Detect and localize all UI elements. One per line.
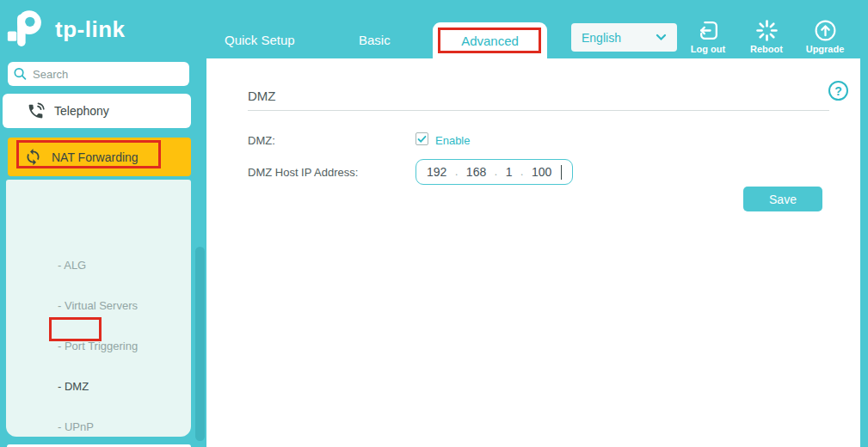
submenu-item-dmz[interactable]: - DMZ [58, 380, 89, 393]
telephony-label: Telephony [54, 104, 109, 118]
ip-octet-3: 1 [506, 165, 513, 179]
submenu-item-port-triggering[interactable]: - Port Triggering [58, 340, 138, 352]
telephony-icon [27, 102, 45, 120]
submenu-item-virtual-servers[interactable]: - Virtual Servers [58, 299, 138, 312]
help-icon[interactable]: ? [828, 81, 848, 101]
tab-advanced-label: Advanced [461, 34, 519, 48]
sidebar-scrollbar[interactable] [195, 247, 205, 441]
title-divider [248, 110, 829, 111]
nat-forwarding-label: NAT Forwarding [52, 150, 139, 164]
text-caret [561, 165, 562, 180]
submenu-item-upnp[interactable]: - UPnP [58, 420, 94, 433]
chevron-down-icon [656, 34, 667, 41]
reboot-button[interactable]: Reboot [744, 19, 789, 54]
ip-octet-2: 168 [466, 165, 486, 179]
dmz-enable-checkbox[interactable] [416, 132, 428, 145]
logout-label: Log out [691, 44, 725, 54]
search-input[interactable] [33, 68, 184, 81]
submenu-item-alg[interactable]: - ALG [58, 259, 86, 272]
dmz-field-label: DMZ: [248, 134, 275, 147]
search-box[interactable] [8, 62, 189, 86]
nat-forwarding-icon [24, 148, 42, 166]
right-edge-strip [860, 58, 868, 447]
logout-icon [697, 19, 720, 42]
search-icon [13, 65, 28, 83]
brand-wordmark: tp-link [55, 16, 126, 43]
page-title: DMZ [248, 89, 276, 103]
ip-octet-4: 100 [532, 165, 551, 179]
language-value: English [582, 31, 621, 45]
sidebar-item-nat-forwarding[interactable]: NAT Forwarding [8, 138, 191, 176]
main-content: DMZ ? DMZ: Enable DMZ Host IP Address: 1… [206, 58, 860, 447]
tp-link-logo: tp-link [7, 4, 126, 54]
sidebar-item-telephony[interactable]: Telephony [3, 94, 191, 128]
upgrade-icon [814, 19, 837, 42]
save-button[interactable]: Save [743, 187, 822, 211]
ip-octet-1: 192 [427, 165, 446, 179]
host-ip-field-label: DMZ Host IP Address: [248, 166, 358, 179]
dmz-host-ip-input[interactable]: 192 . 168 . 1 . 100 [416, 159, 573, 185]
language-select[interactable]: English [571, 23, 677, 52]
upgrade-label: Upgrade [806, 44, 845, 54]
ip-separator: . [455, 166, 458, 178]
upgrade-button[interactable]: Upgrade [803, 19, 847, 54]
sidebar: Telephony NAT Forwarding - ALG - Virtual… [0, 58, 206, 447]
reboot-label: Reboot [750, 44, 783, 54]
tab-quick-setup[interactable]: Quick Setup [225, 33, 295, 47]
ip-separator: . [495, 166, 497, 178]
ip-separator: . [520, 166, 523, 178]
tab-advanced[interactable]: Advanced [433, 22, 547, 58]
tp-link-logo-icon [7, 5, 52, 53]
reboot-icon [755, 19, 779, 42]
tab-basic[interactable]: Basic [359, 33, 391, 47]
checkmark-icon [417, 135, 427, 144]
router-admin-page: tp-link Quick Setup Basic Advanced Engli… [0, 0, 868, 447]
top-header: tp-link Quick Setup Basic Advanced Engli… [0, 0, 868, 58]
nat-forwarding-submenu: - ALG - Virtual Servers - Port Triggerin… [6, 180, 191, 437]
enable-label: Enable [435, 134, 470, 147]
logout-button[interactable]: Log out [686, 19, 730, 54]
